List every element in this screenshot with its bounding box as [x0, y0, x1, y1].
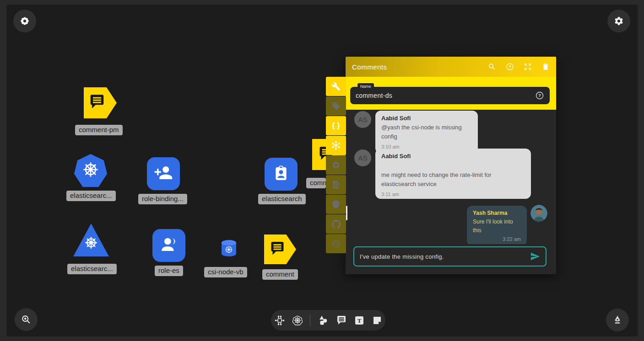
- comment-input-row[interactable]: [353, 246, 547, 266]
- message-text: me might need to change the rate-limit f…: [381, 170, 525, 189]
- toolbar-doc-search-button[interactable]: [326, 175, 346, 194]
- toolbar-gear-button[interactable]: [326, 155, 346, 175]
- avatar: AS: [354, 149, 371, 166]
- gear-icon: [614, 16, 624, 26]
- node-label: comm: [306, 178, 326, 188]
- message-time: 3:11 am: [381, 192, 525, 197]
- zoom-in-icon: [21, 314, 31, 325]
- braces-icon: { }: [332, 121, 340, 130]
- node-role-es[interactable]: [152, 229, 185, 262]
- comments-message-list[interactable]: AS Aabid Sofi @yash the csi-node is miss…: [346, 110, 556, 244]
- expand-icon[interactable]: [524, 63, 532, 71]
- comments-panel-header[interactable]: Comments ?: [346, 57, 556, 77]
- comment-message: Yash Sharma Sure I'll look into this 3:2…: [467, 206, 527, 244]
- node-label: elasticsearc...: [67, 264, 117, 274]
- toolbar-divider: [310, 314, 310, 326]
- name-field[interactable]: ?: [350, 87, 550, 104]
- chat-bubble-icon: [269, 240, 286, 259]
- design-canvas[interactable]: comment-pm elasticsearc... role-binding.…: [6, 5, 638, 336]
- doc-search-icon: [331, 180, 341, 189]
- settings-button[interactable]: [607, 10, 630, 32]
- toolbar-github-button[interactable]: [326, 214, 346, 234]
- help-icon[interactable]: ?: [506, 63, 514, 71]
- node-elasticsearch-heptagon[interactable]: [74, 154, 107, 187]
- people-icon: [159, 235, 179, 256]
- comment-message: Aabid Sofi me might need to change the r…: [375, 149, 531, 199]
- history-icon: [331, 239, 341, 248]
- node-csi-node-vb[interactable]: [220, 240, 238, 259]
- message-text: @yash the csi-node is missing config: [381, 123, 472, 141]
- note-icon[interactable]: [372, 315, 383, 326]
- search-icon[interactable]: [488, 63, 496, 71]
- cylinder-kubernetes-icon: [220, 240, 238, 260]
- svg-text:T: T: [357, 317, 361, 324]
- message-author: Aabid Sofi: [381, 115, 472, 122]
- comments-panel: Comments ? Name ? AS: [346, 57, 556, 274]
- text-icon[interactable]: T: [354, 315, 365, 326]
- toolbar-mesh-button[interactable]: [326, 136, 346, 155]
- flower-icon: [20, 16, 30, 26]
- zoom-button[interactable]: [15, 308, 38, 331]
- send-icon[interactable]: [530, 251, 540, 261]
- toolbar-braces-button[interactable]: { }: [326, 116, 346, 135]
- node-label: role-es: [155, 266, 183, 276]
- toolbar-tag-button[interactable]: [326, 96, 346, 116]
- avatar-photo: [530, 205, 547, 222]
- svg-text:?: ?: [509, 64, 511, 69]
- node-label: role-binding...: [138, 194, 187, 204]
- github-icon: [331, 219, 341, 229]
- pen-tool-button[interactable]: [606, 309, 629, 331]
- node-label: comment: [262, 269, 298, 280]
- toolbar-wrench-button[interactable]: [326, 77, 346, 96]
- node-label: elasticsearc...: [66, 191, 116, 201]
- kubernetes-icon[interactable]: [292, 315, 303, 326]
- node-elasticsearch[interactable]: [265, 158, 298, 191]
- kubernetes-wheel-icon: [83, 235, 99, 252]
- message-author: Aabid Sofi: [381, 153, 525, 160]
- shield-icon: [331, 200, 341, 209]
- gear-icon: [331, 160, 341, 170]
- message-author: Yash Sharma: [473, 210, 521, 216]
- avatar: AS: [354, 111, 371, 128]
- node-role-binding[interactable]: [147, 157, 180, 190]
- message-time: 3:22 am: [473, 236, 521, 242]
- toolbar-shield-button[interactable]: [326, 195, 346, 214]
- trash-icon[interactable]: [541, 63, 550, 71]
- person-add-icon: [154, 163, 173, 184]
- node-elasticsearch-triangle[interactable]: [73, 224, 109, 256]
- shapes-icon[interactable]: [317, 314, 329, 326]
- panel-title: Comments: [352, 63, 488, 71]
- node-action-toolbar: { }: [326, 77, 346, 254]
- app-window: comment-pm elasticsearc... role-binding.…: [0, 0, 644, 341]
- id-badge-icon: [272, 164, 290, 184]
- comment-input[interactable]: [360, 253, 526, 260]
- mesh-hub-icon: [331, 140, 341, 150]
- name-field-label: Name: [357, 83, 374, 90]
- integration-chip-icon[interactable]: [274, 315, 285, 326]
- pen-nib-icon: [612, 314, 623, 325]
- toolbar-history-button[interactable]: [326, 234, 346, 253]
- tag-icon: [331, 101, 341, 111]
- app-menu-button[interactable]: [13, 10, 36, 32]
- comment-icon[interactable]: [336, 315, 347, 326]
- node-label: comment-pm: [75, 125, 123, 135]
- message-text: Sure I'll look into this: [473, 218, 521, 234]
- svg-text:?: ?: [538, 93, 541, 98]
- bottom-toolbar: T: [271, 310, 385, 330]
- help-icon[interactable]: ?: [535, 91, 544, 100]
- node-comment[interactable]: [264, 234, 296, 264]
- kubernetes-wheel-icon: [81, 160, 100, 181]
- scrollbar-thumb[interactable]: [346, 206, 347, 220]
- node-comment-pm[interactable]: [84, 87, 117, 118]
- name-input[interactable]: [356, 92, 535, 99]
- comment-message: Aabid Sofi @yash the csi-node is missing…: [375, 111, 478, 154]
- node-label: elasticsearch: [258, 194, 306, 204]
- wrench-icon: [331, 82, 341, 91]
- name-field-section: Name ?: [346, 77, 556, 110]
- chat-bubble-icon: [88, 93, 106, 112]
- node-label: csi-node-vb: [204, 267, 247, 277]
